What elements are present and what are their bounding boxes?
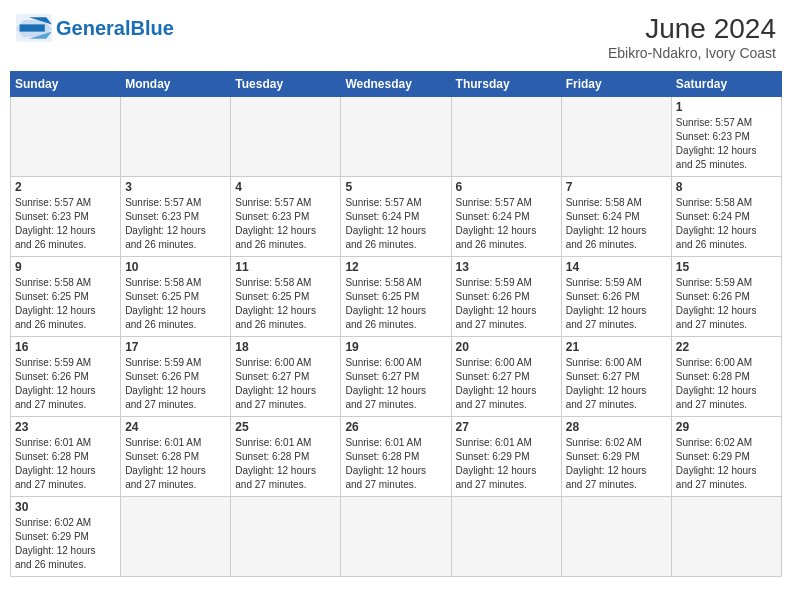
day-info: Sunrise: 5:58 AM Sunset: 6:25 PM Dayligh…: [235, 276, 336, 332]
day-number: 19: [345, 340, 446, 354]
day-info: Sunrise: 5:58 AM Sunset: 6:25 PM Dayligh…: [125, 276, 226, 332]
calendar-day-cell: [561, 96, 671, 176]
calendar-day-cell: 17Sunrise: 5:59 AM Sunset: 6:26 PM Dayli…: [121, 336, 231, 416]
day-number: 27: [456, 420, 557, 434]
calendar-day-cell: 16Sunrise: 5:59 AM Sunset: 6:26 PM Dayli…: [11, 336, 121, 416]
day-number: 6: [456, 180, 557, 194]
calendar-day-cell: 26Sunrise: 6:01 AM Sunset: 6:28 PM Dayli…: [341, 416, 451, 496]
day-number: 15: [676, 260, 777, 274]
day-info: Sunrise: 5:57 AM Sunset: 6:23 PM Dayligh…: [235, 196, 336, 252]
weekday-header-thursday: Thursday: [451, 71, 561, 96]
weekday-header-tuesday: Tuesday: [231, 71, 341, 96]
day-number: 29: [676, 420, 777, 434]
logo: GeneralBlue: [16, 14, 174, 42]
day-info: Sunrise: 5:57 AM Sunset: 6:23 PM Dayligh…: [676, 116, 777, 172]
day-number: 2: [15, 180, 116, 194]
calendar-day-cell: 18Sunrise: 6:00 AM Sunset: 6:27 PM Dayli…: [231, 336, 341, 416]
day-info: Sunrise: 5:59 AM Sunset: 6:26 PM Dayligh…: [125, 356, 226, 412]
day-number: 14: [566, 260, 667, 274]
calendar-table: SundayMondayTuesdayWednesdayThursdayFrid…: [10, 71, 782, 577]
calendar-title: June 2024: [608, 14, 776, 45]
day-number: 20: [456, 340, 557, 354]
day-info: Sunrise: 5:58 AM Sunset: 6:24 PM Dayligh…: [566, 196, 667, 252]
calendar-day-cell: 11Sunrise: 5:58 AM Sunset: 6:25 PM Dayli…: [231, 256, 341, 336]
calendar-day-cell: 23Sunrise: 6:01 AM Sunset: 6:28 PM Dayli…: [11, 416, 121, 496]
day-number: 12: [345, 260, 446, 274]
day-number: 21: [566, 340, 667, 354]
calendar-day-cell: 8Sunrise: 5:58 AM Sunset: 6:24 PM Daylig…: [671, 176, 781, 256]
calendar-day-cell: 19Sunrise: 6:00 AM Sunset: 6:27 PM Dayli…: [341, 336, 451, 416]
calendar-day-cell: 13Sunrise: 5:59 AM Sunset: 6:26 PM Dayli…: [451, 256, 561, 336]
calendar-day-cell: 4Sunrise: 5:57 AM Sunset: 6:23 PM Daylig…: [231, 176, 341, 256]
calendar-week-row: 9Sunrise: 5:58 AM Sunset: 6:25 PM Daylig…: [11, 256, 782, 336]
day-info: Sunrise: 5:59 AM Sunset: 6:26 PM Dayligh…: [15, 356, 116, 412]
general-blue-logo-icon: [16, 14, 52, 42]
calendar-day-cell: [561, 496, 671, 576]
day-number: 30: [15, 500, 116, 514]
day-info: Sunrise: 5:59 AM Sunset: 6:26 PM Dayligh…: [566, 276, 667, 332]
day-number: 1: [676, 100, 777, 114]
calendar-day-cell: [121, 496, 231, 576]
calendar-day-cell: 28Sunrise: 6:02 AM Sunset: 6:29 PM Dayli…: [561, 416, 671, 496]
weekday-header-wednesday: Wednesday: [341, 71, 451, 96]
day-number: 26: [345, 420, 446, 434]
calendar-day-cell: [451, 496, 561, 576]
day-info: Sunrise: 6:02 AM Sunset: 6:29 PM Dayligh…: [15, 516, 116, 572]
day-info: Sunrise: 5:57 AM Sunset: 6:24 PM Dayligh…: [456, 196, 557, 252]
day-number: 5: [345, 180, 446, 194]
weekday-header-sunday: Sunday: [11, 71, 121, 96]
day-info: Sunrise: 6:00 AM Sunset: 6:27 PM Dayligh…: [235, 356, 336, 412]
day-number: 16: [15, 340, 116, 354]
day-number: 17: [125, 340, 226, 354]
calendar-day-cell: [121, 96, 231, 176]
calendar-day-cell: 14Sunrise: 5:59 AM Sunset: 6:26 PM Dayli…: [561, 256, 671, 336]
day-number: 9: [15, 260, 116, 274]
day-info: Sunrise: 6:00 AM Sunset: 6:27 PM Dayligh…: [345, 356, 446, 412]
day-number: 4: [235, 180, 336, 194]
day-info: Sunrise: 6:01 AM Sunset: 6:28 PM Dayligh…: [15, 436, 116, 492]
logo-text: GeneralBlue: [56, 18, 174, 38]
calendar-day-cell: 3Sunrise: 5:57 AM Sunset: 6:23 PM Daylig…: [121, 176, 231, 256]
calendar-day-cell: [231, 96, 341, 176]
day-info: Sunrise: 5:58 AM Sunset: 6:25 PM Dayligh…: [15, 276, 116, 332]
calendar-day-cell: [341, 496, 451, 576]
calendar-day-cell: 22Sunrise: 6:00 AM Sunset: 6:28 PM Dayli…: [671, 336, 781, 416]
calendar-day-cell: [231, 496, 341, 576]
day-info: Sunrise: 6:01 AM Sunset: 6:28 PM Dayligh…: [345, 436, 446, 492]
day-info: Sunrise: 6:02 AM Sunset: 6:29 PM Dayligh…: [676, 436, 777, 492]
day-info: Sunrise: 5:58 AM Sunset: 6:24 PM Dayligh…: [676, 196, 777, 252]
day-number: 8: [676, 180, 777, 194]
day-info: Sunrise: 6:00 AM Sunset: 6:27 PM Dayligh…: [566, 356, 667, 412]
calendar-day-cell: 30Sunrise: 6:02 AM Sunset: 6:29 PM Dayli…: [11, 496, 121, 576]
calendar-day-cell: 27Sunrise: 6:01 AM Sunset: 6:29 PM Dayli…: [451, 416, 561, 496]
day-info: Sunrise: 6:01 AM Sunset: 6:28 PM Dayligh…: [125, 436, 226, 492]
day-number: 3: [125, 180, 226, 194]
calendar-day-cell: 6Sunrise: 5:57 AM Sunset: 6:24 PM Daylig…: [451, 176, 561, 256]
calendar-day-cell: 25Sunrise: 6:01 AM Sunset: 6:28 PM Dayli…: [231, 416, 341, 496]
calendar-day-cell: [671, 496, 781, 576]
calendar-day-cell: 12Sunrise: 5:58 AM Sunset: 6:25 PM Dayli…: [341, 256, 451, 336]
calendar-day-cell: 20Sunrise: 6:00 AM Sunset: 6:27 PM Dayli…: [451, 336, 561, 416]
day-number: 18: [235, 340, 336, 354]
day-number: 25: [235, 420, 336, 434]
day-number: 10: [125, 260, 226, 274]
svg-rect-4: [20, 24, 45, 31]
calendar-day-cell: 7Sunrise: 5:58 AM Sunset: 6:24 PM Daylig…: [561, 176, 671, 256]
calendar-day-cell: 10Sunrise: 5:58 AM Sunset: 6:25 PM Dayli…: [121, 256, 231, 336]
day-info: Sunrise: 6:00 AM Sunset: 6:27 PM Dayligh…: [456, 356, 557, 412]
calendar-day-cell: [341, 96, 451, 176]
day-info: Sunrise: 5:58 AM Sunset: 6:25 PM Dayligh…: [345, 276, 446, 332]
calendar-subtitle: Ebikro-Ndakro, Ivory Coast: [608, 45, 776, 61]
logo-blue: Blue: [130, 17, 173, 39]
calendar-day-cell: 5Sunrise: 5:57 AM Sunset: 6:24 PM Daylig…: [341, 176, 451, 256]
calendar-day-cell: 29Sunrise: 6:02 AM Sunset: 6:29 PM Dayli…: [671, 416, 781, 496]
calendar-week-row: 2Sunrise: 5:57 AM Sunset: 6:23 PM Daylig…: [11, 176, 782, 256]
day-info: Sunrise: 6:00 AM Sunset: 6:28 PM Dayligh…: [676, 356, 777, 412]
header: GeneralBlue June 2024 Ebikro-Ndakro, Ivo…: [10, 10, 782, 65]
calendar-week-row: 1Sunrise: 5:57 AM Sunset: 6:23 PM Daylig…: [11, 96, 782, 176]
day-number: 24: [125, 420, 226, 434]
weekday-header-friday: Friday: [561, 71, 671, 96]
calendar-day-cell: [11, 96, 121, 176]
day-number: 23: [15, 420, 116, 434]
calendar-day-cell: 1Sunrise: 5:57 AM Sunset: 6:23 PM Daylig…: [671, 96, 781, 176]
